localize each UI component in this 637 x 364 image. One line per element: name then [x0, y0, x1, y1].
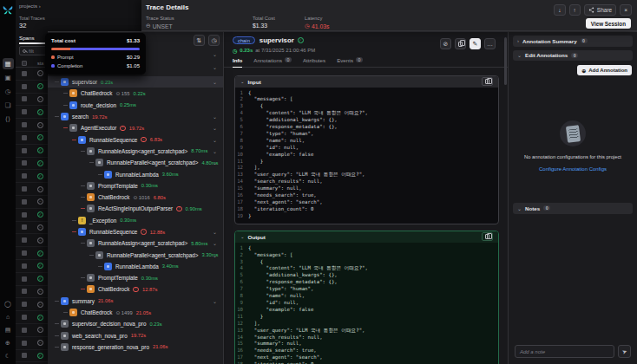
row-checkbox[interactable] — [22, 160, 27, 166]
more-options-button[interactable]: … — [484, 38, 496, 49]
theme-moon-icon[interactable]: ☾ — [3, 350, 14, 361]
trace-tree-row[interactable]: RunnableAssign<agent_scratchpad>8.70ms⌄ — [48, 146, 223, 157]
trace-tree-row[interactable]: AgentExecutor!19.72s⌄ — [48, 122, 223, 133]
copy-output-button[interactable] — [482, 232, 493, 241]
clock-icon[interactable]: ◷ — [3, 86, 14, 97]
total-cost-stat[interactable]: Total Cost $1.33 — [253, 16, 275, 29]
trace-tree-row[interactable]: RunnableParallel<agent_scratchpad>3.30ms… — [48, 249, 223, 260]
empty-state-text: No annotation configurations for this pr… — [512, 154, 634, 159]
row-checkbox[interactable] — [22, 353, 27, 358]
trace-tree-row[interactable]: RunnableSequence!6.83s⌄ — [48, 133, 223, 145]
datasets-icon[interactable]: ▣ — [3, 72, 14, 83]
row-checkbox[interactable] — [22, 224, 27, 230]
globe-icon[interactable]: ⊕ — [3, 337, 14, 348]
tab-attributes[interactable]: Attributes — [303, 57, 325, 67]
note-input[interactable]: Add a note — [515, 345, 614, 358]
chevron-down-icon[interactable]: ⌄ — [213, 148, 217, 154]
docs-icon[interactable]: ▤ — [3, 324, 14, 335]
input-card-header[interactable]: ⌄ Input — [235, 76, 498, 88]
chevron-down-icon[interactable]: ⌄ — [213, 79, 217, 85]
chevron-down-icon[interactable]: ⌄ — [213, 114, 217, 120]
chevron-down-icon[interactable]: ⌄ — [213, 159, 217, 166]
org-icon[interactable]: ⌂ — [3, 311, 14, 322]
chevron-down-icon[interactable]: ⌄ — [213, 51, 217, 57]
tab-spans[interactable]: Spans — [19, 35, 35, 41]
share-button[interactable]: Share — [584, 4, 616, 16]
trace-tree-row[interactable]: route_decision0.25ms — [48, 100, 223, 111]
row-checkbox[interactable] — [22, 328, 27, 333]
row-checkbox[interactable] — [22, 250, 27, 256]
tab-events[interactable]: Events0 — [337, 57, 363, 67]
trace-tree-row[interactable]: supervisor_decision_nova_pro0.23s — [48, 318, 223, 329]
trace-tree-row[interactable]: ChatBedrock⊙ 1550.22s — [48, 88, 223, 99]
trace-tree-row[interactable]: ChatBedrock!12.87s — [48, 283, 223, 295]
row-checkbox[interactable] — [22, 173, 27, 179]
row-checkbox[interactable] — [22, 71, 27, 76]
chevron-down-icon[interactable]: ⌄ — [213, 125, 217, 131]
trace-tree-row[interactable]: RunnableParallel<agent_scratchpad>4.80ms… — [48, 157, 223, 168]
row-checkbox[interactable] — [22, 109, 27, 114]
row-checkbox[interactable] — [22, 148, 27, 153]
add-annotation-button[interactable]: ⊕ Add Annotation — [577, 65, 632, 75]
row-checkbox[interactable] — [22, 263, 27, 269]
trace-tree-row[interactable]: ChatBedrock⊙ 10166.80s — [48, 192, 223, 203]
breadcrumb[interactable]: projects › — [19, 3, 41, 9]
expand-collapse-button[interactable]: ⇅ — [194, 35, 205, 46]
trace-tree-row[interactable]: response_generation_nova_pro21.06s — [48, 341, 223, 353]
trace-tree-row[interactable]: search19.72s⌄ — [48, 111, 223, 122]
apis-icon[interactable]: ⟨⟩ — [3, 114, 14, 125]
trace-tree-row[interactable]: summary21.06s⌄ — [48, 296, 223, 307]
row-checkbox[interactable] — [22, 341, 27, 346]
github-icon[interactable]: ◯ — [3, 298, 14, 309]
copy-span-button[interactable] — [455, 38, 466, 49]
trace-tree-row[interactable]: ReActSingleInputOutputParser!0.90ms — [48, 203, 223, 214]
trace-tree-row[interactable]: RunnableSequence!12.88s⌄ — [48, 226, 223, 237]
status-icon-button[interactable]: ⊘ — [440, 38, 451, 49]
next-trace-button[interactable]: ↑ — [569, 4, 581, 16]
copy-input-button[interactable] — [482, 77, 493, 86]
tab-info[interactable]: Info — [233, 57, 242, 68]
row-checkbox[interactable] — [22, 96, 27, 101]
row-checkbox[interactable] — [22, 315, 27, 320]
row-checkbox[interactable] — [22, 212, 27, 218]
trace-tree-row[interactable]: PromptTemplate0.30ms — [48, 272, 223, 283]
row-checkbox[interactable] — [22, 199, 27, 205]
notes-header[interactable]: ⌄ Notes 0 — [513, 203, 633, 214]
trace-tree-row[interactable]: ChatBedrock⊙ 149921.05s — [48, 307, 223, 318]
latency-toggle-button[interactable]: ◷ — [208, 35, 220, 46]
prompts-icon[interactable]: ❏ — [3, 100, 14, 111]
row-checkbox[interactable] — [22, 186, 27, 192]
output-card-header[interactable]: ⌄ Output — [235, 231, 498, 243]
row-checkbox[interactable] — [22, 276, 27, 282]
send-note-button[interactable]: ➤ — [618, 345, 631, 358]
row-checkbox[interactable] — [22, 302, 27, 307]
chevron-down-icon[interactable]: ⌄ — [213, 240, 217, 246]
row-checkbox[interactable] — [22, 84, 27, 89]
chevron-down-icon[interactable]: ⌄ — [213, 298, 217, 304]
chevron-down-icon[interactable]: ⌄ — [213, 229, 217, 235]
trace-tree-row[interactable]: web_search_nova_pro19.72s — [48, 330, 223, 341]
previous-trace-button[interactable]: ↓ — [554, 4, 565, 16]
trace-tree-row[interactable]: PromptTemplate0.30ms — [48, 180, 223, 192]
trace-tree-row[interactable]: supervisor0.23s⌄ — [48, 76, 223, 88]
projects-icon[interactable]: ▦ — [3, 58, 14, 69]
row-checkbox[interactable] — [22, 122, 27, 127]
trace-tree-row[interactable]: !_Exception0.30ms — [48, 215, 223, 226]
edit-annotations-header[interactable]: ⌄ Edit Annotations 0 — [513, 50, 633, 62]
chevron-down-icon[interactable]: ⌄ — [213, 137, 217, 143]
close-button[interactable]: × — [620, 4, 632, 16]
row-checkbox[interactable] — [22, 289, 27, 294]
trace-tree-row[interactable]: RunnableLambda3.60ms — [48, 168, 223, 179]
configure-annotation-configs-link[interactable]: Configure Annotation Configs — [539, 166, 607, 172]
trace-tree-row[interactable]: RunnableLambda3.40ms — [48, 261, 223, 272]
annotation-summary-header[interactable]: › Annotation Summary 0 — [513, 36, 633, 47]
select-all-checkbox[interactable] — [22, 61, 27, 66]
row-checkbox[interactable] — [22, 135, 27, 140]
edit-annotation-button[interactable]: ✎ — [470, 38, 481, 49]
row-checkbox[interactable] — [22, 237, 27, 243]
chevron-down-icon[interactable]: ⌄ — [213, 252, 217, 258]
chevron-down-icon[interactable]: ⌄ — [213, 64, 217, 70]
trace-tree-row[interactable]: RunnableAssign<agent_scratchpad>5.80ms⌄ — [48, 237, 223, 249]
view-session-button[interactable]: View Session — [586, 18, 631, 29]
tab-annotations[interactable]: Annotations0 — [253, 57, 292, 67]
